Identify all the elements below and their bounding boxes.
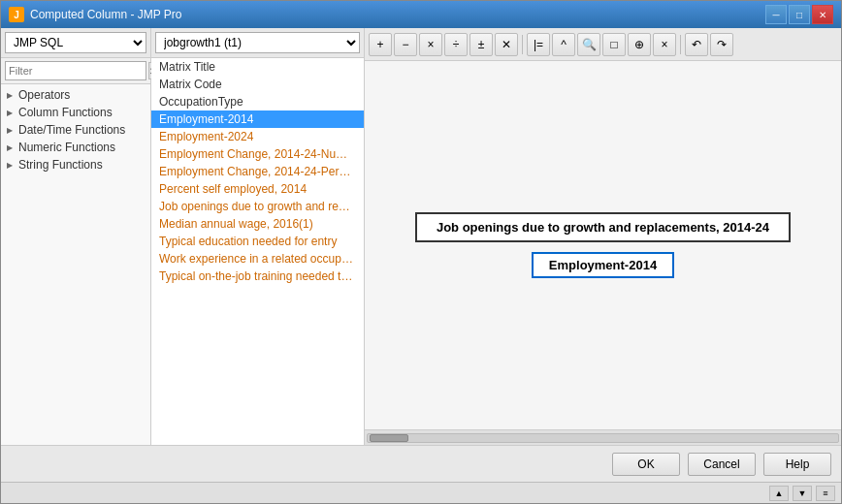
- expand-arrow-icon: ▶: [7, 91, 15, 100]
- formula-main-text: Job openings due to growth and replaceme…: [437, 220, 769, 235]
- list-item[interactable]: Work experience in a related occupation: [151, 250, 364, 268]
- expand-arrow-icon: ▶: [7, 126, 15, 135]
- sidebar-item-operators[interactable]: ▶ Operators: [1, 86, 150, 104]
- help-button[interactable]: Help: [763, 453, 831, 476]
- list-item[interactable]: Matrix Title: [151, 58, 364, 76]
- status-bar: ▲ ▼ ≡: [1, 482, 841, 503]
- bar-eq-button[interactable]: |=: [527, 33, 550, 56]
- list-item[interactable]: Typical education needed for entry: [151, 233, 364, 250]
- sidebar-item-label: Column Functions: [18, 106, 113, 119]
- expand-arrow-icon: ▶: [7, 143, 15, 152]
- list-item-selected[interactable]: Employment-2014: [151, 110, 364, 128]
- separator: [522, 35, 523, 54]
- formula-sub-text: Employment-2014: [549, 258, 657, 272]
- sidebar-item-label: Operators: [18, 88, 70, 102]
- subtract-button[interactable]: −: [394, 33, 417, 56]
- multiply-button[interactable]: ×: [419, 33, 442, 56]
- sidebar-item-datetime-functions[interactable]: ▶ Date/Time Functions: [1, 121, 150, 139]
- negate-button[interactable]: ±: [470, 33, 493, 56]
- middle-panel: jobgrowth1 (t1) Matrix Title Matrix Code…: [151, 28, 365, 445]
- square-button[interactable]: □: [602, 33, 626, 56]
- status-menu-button[interactable]: ≡: [816, 486, 835, 501]
- left-dropdown-bar: JMP SQL: [1, 28, 150, 58]
- list-item[interactable]: OccupationType: [151, 93, 364, 110]
- divide-button[interactable]: ÷: [444, 33, 468, 56]
- maximize-button[interactable]: □: [789, 5, 810, 24]
- expand-arrow-icon: ▶: [7, 109, 15, 117]
- list-item[interactable]: Employment Change, 2014-24-Number: [151, 145, 364, 163]
- middle-dropdown-bar: jobgrowth1 (t1): [151, 28, 364, 58]
- sidebar-item-string-functions[interactable]: ▶ String Functions: [1, 156, 150, 173]
- undo-button[interactable]: ↶: [685, 33, 708, 56]
- list-item[interactable]: Percent self employed, 2014: [151, 180, 364, 198]
- app-icon: J: [9, 7, 24, 22]
- status-up-button[interactable]: ▲: [769, 486, 789, 501]
- sum-button[interactable]: ⊕: [628, 33, 651, 56]
- formula-sub-box[interactable]: Employment-2014: [532, 252, 674, 278]
- right-panel: + − × ÷ ± ✕ |= ^ 🔍 □ ⊕ × ↶ ↷ Job opening…: [365, 28, 841, 445]
- redo-button[interactable]: ↷: [710, 33, 733, 56]
- ok-button[interactable]: OK: [612, 453, 680, 476]
- list-item[interactable]: Job openings due to growth and replacem: [151, 198, 364, 215]
- column-list: Matrix Title Matrix Code OccupationType …: [151, 58, 364, 445]
- search-bar: ✕: [1, 58, 150, 84]
- main-window: J Computed Column - JMP Pro ─ □ ✕ JMP SQ…: [0, 0, 842, 504]
- right-toolbar: + − × ÷ ± ✕ |= ^ 🔍 □ ⊕ × ↶ ↷: [365, 28, 841, 61]
- sidebar-item-label: Numeric Functions: [18, 141, 115, 154]
- title-bar: J Computed Column - JMP Pro ─ □ ✕: [1, 1, 841, 28]
- table-dropdown[interactable]: jobgrowth1 (t1): [155, 32, 360, 53]
- list-item[interactable]: Employment Change, 2014-24-Percent: [151, 163, 364, 180]
- list-item[interactable]: Median annual wage, 2016(1): [151, 215, 364, 233]
- left-panel: JMP SQL ✕ ▶ Operators ▶ Column Functions…: [1, 28, 151, 445]
- jmp-sql-dropdown[interactable]: JMP SQL: [5, 32, 146, 53]
- footer: OK Cancel Help: [1, 445, 841, 482]
- close-button[interactable]: ✕: [812, 5, 833, 24]
- search-button[interactable]: 🔍: [577, 33, 600, 56]
- window-controls: ─ □ ✕: [765, 5, 833, 24]
- window-title: Computed Column - JMP Pro: [30, 8, 182, 21]
- sidebar-item-numeric-functions[interactable]: ▶ Numeric Functions: [1, 139, 150, 156]
- list-item[interactable]: Typical on-the-job training needed to at…: [151, 268, 364, 285]
- list-item[interactable]: Matrix Code: [151, 76, 364, 93]
- horizontal-scrollbar[interactable]: [367, 433, 839, 443]
- minimize-button[interactable]: ─: [765, 5, 787, 24]
- sidebar-item-label: Date/Time Functions: [18, 123, 125, 137]
- caret-button[interactable]: ^: [552, 33, 575, 56]
- content-area: JMP SQL ✕ ▶ Operators ▶ Column Functions…: [1, 28, 841, 445]
- expand-arrow-icon: ▶: [7, 161, 15, 170]
- cross-button[interactable]: ✕: [495, 33, 518, 56]
- scrollbar-thumb: [370, 434, 408, 442]
- status-down-button[interactable]: ▼: [793, 486, 812, 501]
- add-button[interactable]: +: [369, 33, 392, 56]
- times-button[interactable]: ×: [653, 33, 676, 56]
- cancel-button[interactable]: Cancel: [688, 453, 756, 476]
- left-tree-list: ▶ Operators ▶ Column Functions ▶ Date/Ti…: [1, 84, 150, 445]
- horizontal-scrollbar-area: [365, 429, 841, 445]
- separator: [680, 35, 681, 54]
- list-item[interactable]: Employment-2024: [151, 128, 364, 145]
- formula-display-area: Job openings due to growth and replaceme…: [365, 61, 841, 429]
- sidebar-item-column-functions[interactable]: ▶ Column Functions: [1, 104, 150, 121]
- formula-main-box[interactable]: Job openings due to growth and replaceme…: [415, 212, 791, 242]
- sidebar-item-label: String Functions: [18, 158, 103, 172]
- search-input[interactable]: [5, 61, 146, 80]
